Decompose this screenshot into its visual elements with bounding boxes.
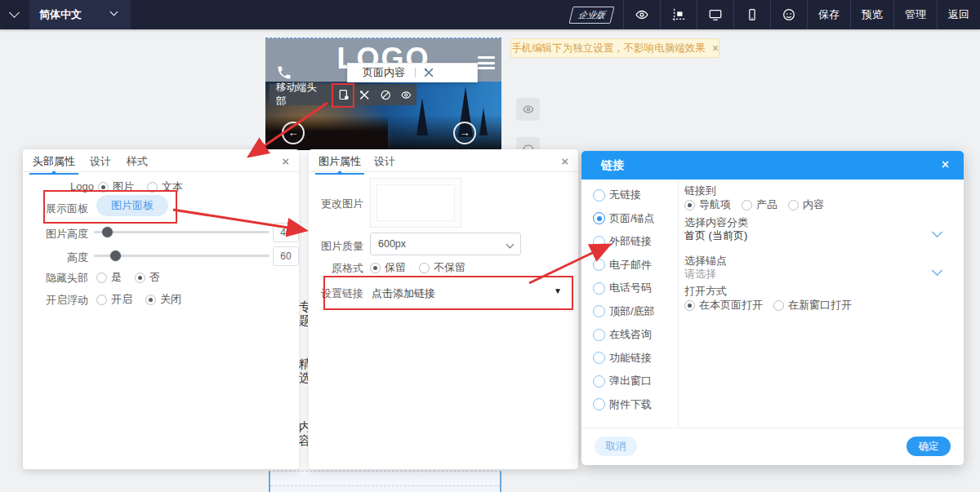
layout-ruler-icon [671,7,686,22]
mobile-view-button[interactable] [733,0,770,29]
anchor-value[interactable]: 请选择 [684,267,716,281]
radio-icon [135,273,145,283]
link-type-option-7[interactable]: 功能链接 [593,351,655,366]
tab-image-props[interactable]: 图片属性 [318,154,361,169]
module-placeholder-outline[interactable] [269,471,501,492]
link-to-option-1[interactable]: 产品 [742,197,777,212]
language-selector[interactable]: 简体中文 [29,0,131,29]
link-type-option-2[interactable]: 外部链接 [593,234,655,249]
support-button[interactable] [770,0,807,29]
cancel-button[interactable]: 取消 [595,437,637,456]
image-height-value[interactable]: 40 [273,223,299,242]
back-button[interactable]: 返回 [937,0,980,29]
mobile-icon [745,7,760,22]
carousel-prev-button[interactable]: ← [282,122,305,144]
header-properties-panel: 头部属性 设计 样式 × Logo 图片文本 展示面板 图片面板 图片高度 40… [23,149,299,469]
logo-type-option-0[interactable]: 图片 [98,180,134,194]
carousel-next-button[interactable]: → [453,122,476,144]
open-mode-option-0[interactable]: 在本页面打开 [684,298,763,312]
tools-icon[interactable] [423,67,434,78]
confirm-button[interactable]: 确定 [906,437,951,456]
eye-icon [522,103,535,116]
module-eye-button[interactable] [516,98,540,121]
module-eye-button-partial[interactable] [516,137,540,149]
logo-label: Logo [45,180,94,193]
slider-handle[interactable] [102,227,113,237]
page-content-tooltip: 页面内容 [347,63,478,82]
height-value[interactable]: 60 [273,246,299,266]
link-type-option-5[interactable]: 顶部/底部 [593,304,655,319]
module-settings-icon[interactable] [338,89,350,101]
link-type-option-0[interactable]: 无链接 [593,188,655,202]
desktop-view-button[interactable] [697,0,733,29]
logo-type-option-1[interactable]: 文本 [147,180,183,194]
open-mode-option-1[interactable]: 在新窗口打开 [773,298,852,312]
set-link-value[interactable]: 点击添加链接 [372,286,435,301]
edition-badge-label: 企业版 [568,7,614,24]
language-label: 简体中文 [39,7,82,22]
image-height-slider[interactable] [94,231,270,233]
format-option-0[interactable]: 保留 [370,260,406,275]
manage-button[interactable]: 管理 [893,0,937,29]
toolbar-right-group: 企业版 保存 预览 管理 返回 [560,0,980,29]
link-to-group: 导航项产品内容 [684,197,824,212]
hide-header-option-0[interactable]: 是 [96,270,122,285]
save-button[interactable]: 保存 [807,0,850,29]
slider-handle[interactable] [110,250,121,261]
radio-label: 顶部/底部 [609,304,655,319]
module-tools-icon[interactable] [359,89,370,101]
link-type-option-8[interactable]: 弹出窗口 [593,374,655,388]
radio-icon [145,295,156,305]
format-option-1[interactable]: 不保留 [419,260,466,275]
image-panel-button[interactable]: 图片面板 [96,195,168,216]
tab-header-props[interactable]: 头部属性 [33,154,75,169]
hide-header-option-1[interactable]: 否 [135,270,160,285]
radio-icon [593,375,605,388]
tab-style[interactable]: 样式 [127,154,148,169]
radio-label: 电话号码 [609,281,652,295]
dropdown-caret-icon[interactable]: ▼ [554,286,562,295]
link-type-option-1[interactable]: 页面/锚点 [593,211,655,226]
tab-design[interactable]: 设计 [90,154,111,169]
close-icon[interactable]: × [712,42,719,54]
change-image-label: 更改图片 [318,197,363,211]
banner-spire [416,98,428,135]
category-value[interactable]: 首页 (当前页) [684,228,747,243]
chevron-down-icon[interactable] [932,265,942,276]
module-visibility-icon[interactable] [400,89,412,101]
link-to-option-0[interactable]: 导航项 [684,197,731,212]
divider [415,68,416,78]
close-icon[interactable]: × [942,158,949,171]
link-type-option-3[interactable]: 电子邮件 [593,258,655,273]
link-type-option-6[interactable]: 在线咨询 [593,327,655,342]
float-option-1[interactable]: 关闭 [145,292,181,307]
radio-icon [684,200,695,211]
chevron-down-icon [506,241,514,249]
radio-icon [593,259,605,271]
tab-design[interactable]: 设计 [374,154,395,169]
radio-label: 关闭 [160,292,181,307]
close-icon[interactable]: × [282,155,289,167]
preview-eye-button[interactable] [623,0,660,29]
height-slider[interactable] [94,255,270,257]
menu-icon[interactable] [478,56,495,73]
link-type-option-9[interactable]: 附件下载 [593,397,655,412]
radio-icon [593,236,605,248]
chevron-down-icon[interactable] [932,227,942,237]
float-option-0[interactable]: 开启 [96,292,132,307]
module-style-icon[interactable] [380,89,391,101]
quality-value: 600px [378,238,406,250]
preview-button[interactable]: 预览 [850,0,893,29]
link-type-option-4[interactable]: 电话号码 [593,281,655,295]
header-panel-tabs: 头部属性 设计 样式 × [23,149,299,172]
radio-label: 在线咨询 [609,327,652,342]
layout-guide-button[interactable] [660,0,697,29]
top-toolbar: 简体中文 企业版 保存 预览 管理 返回 [0,0,980,29]
quality-select[interactable]: 600px [370,233,521,255]
open-mode-label: 打开方式 [684,284,727,299]
link-to-option-2[interactable]: 内容 [788,197,824,212]
chevron-down-icon[interactable] [9,7,20,18]
image-thumbnail[interactable] [370,178,461,228]
dialog-title: 链接 [601,158,624,173]
close-icon[interactable]: × [561,155,568,167]
